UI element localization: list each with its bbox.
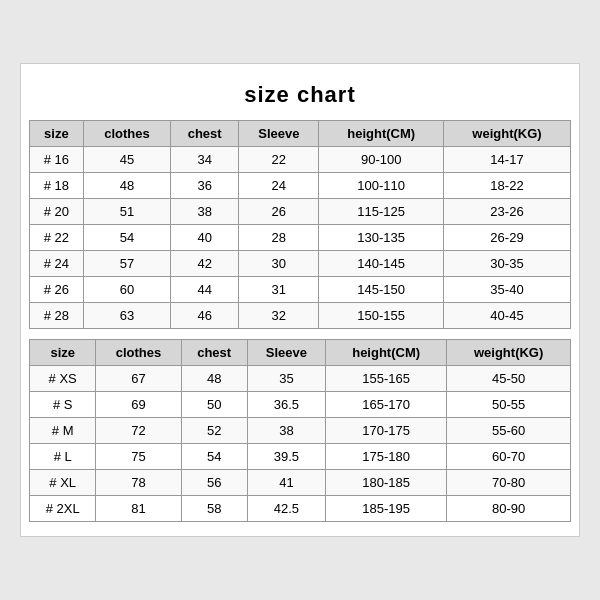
table2-header-row: sizeclotheschestSleeveheight(CM)weight(K… [30, 340, 571, 366]
table-cell: # XS [30, 366, 96, 392]
table-cell: # 26 [30, 277, 84, 303]
table-cell: # L [30, 444, 96, 470]
table-cell: 39.5 [247, 444, 325, 470]
size-table-2: sizeclotheschestSleeveheight(CM)weight(K… [29, 339, 571, 522]
size-table-1: sizeclotheschestSleeveheight(CM)weight(K… [29, 120, 571, 329]
table-row: # M725238170-17555-60 [30, 418, 571, 444]
table-cell: 155-165 [325, 366, 446, 392]
table-cell: 45 [83, 147, 170, 173]
table-cell: 52 [181, 418, 247, 444]
table-cell: 180-185 [325, 470, 446, 496]
table-cell: 145-150 [319, 277, 444, 303]
table-cell: # S [30, 392, 96, 418]
table-row: # 1645342290-10014-17 [30, 147, 571, 173]
table-cell: 24 [239, 173, 319, 199]
table-cell: 45-50 [447, 366, 571, 392]
column-header: weight(KG) [447, 340, 571, 366]
table-cell: 22 [239, 147, 319, 173]
table-cell: # 28 [30, 303, 84, 329]
table-cell: 130-135 [319, 225, 444, 251]
column-header: height(CM) [319, 121, 444, 147]
table-cell: 54 [83, 225, 170, 251]
table-cell: 14-17 [443, 147, 570, 173]
table-cell: 26-29 [443, 225, 570, 251]
table-cell: 30-35 [443, 251, 570, 277]
chart-title: size chart [29, 74, 571, 120]
table-cell: # 24 [30, 251, 84, 277]
table-cell: 42.5 [247, 496, 325, 522]
table-cell: # 18 [30, 173, 84, 199]
table-cell: 30 [239, 251, 319, 277]
table-cell: 38 [247, 418, 325, 444]
table-cell: 60-70 [447, 444, 571, 470]
table-cell: 58 [181, 496, 247, 522]
table-cell: 78 [96, 470, 181, 496]
table-row: # 20513826115-12523-26 [30, 199, 571, 225]
table-cell: # M [30, 418, 96, 444]
table-cell: 72 [96, 418, 181, 444]
table-row: # 22544028130-13526-29 [30, 225, 571, 251]
table-cell: 26 [239, 199, 319, 225]
table-cell: 23-26 [443, 199, 570, 225]
table-cell: 69 [96, 392, 181, 418]
table-cell: 75 [96, 444, 181, 470]
table1-header-row: sizeclotheschestSleeveheight(CM)weight(K… [30, 121, 571, 147]
table-row: # S695036.5165-17050-55 [30, 392, 571, 418]
table-row: # 28634632150-15540-45 [30, 303, 571, 329]
table-cell: 175-180 [325, 444, 446, 470]
table-cell: # XL [30, 470, 96, 496]
table-row: # 2XL815842.5185-19580-90 [30, 496, 571, 522]
table-cell: 44 [171, 277, 239, 303]
table-cell: 48 [181, 366, 247, 392]
table-cell: 35 [247, 366, 325, 392]
table2-body: # XS674835155-16545-50# S695036.5165-170… [30, 366, 571, 522]
table-cell: 50-55 [447, 392, 571, 418]
table-cell: 32 [239, 303, 319, 329]
table-cell: 31 [239, 277, 319, 303]
table-cell: 34 [171, 147, 239, 173]
table-row: # L755439.5175-18060-70 [30, 444, 571, 470]
table-cell: 67 [96, 366, 181, 392]
table-cell: 90-100 [319, 147, 444, 173]
table-cell: 42 [171, 251, 239, 277]
column-header: chest [181, 340, 247, 366]
table-cell: 165-170 [325, 392, 446, 418]
column-header: Sleeve [247, 340, 325, 366]
table-cell: 36.5 [247, 392, 325, 418]
column-header: clothes [96, 340, 181, 366]
table-cell: 36 [171, 173, 239, 199]
table-cell: 63 [83, 303, 170, 329]
column-header: chest [171, 121, 239, 147]
table-cell: 28 [239, 225, 319, 251]
table-cell: 150-155 [319, 303, 444, 329]
table-cell: 185-195 [325, 496, 446, 522]
table-row: # 24574230140-14530-35 [30, 251, 571, 277]
column-header: Sleeve [239, 121, 319, 147]
table-cell: 41 [247, 470, 325, 496]
column-header: size [30, 340, 96, 366]
table-cell: # 20 [30, 199, 84, 225]
table-cell: 80-90 [447, 496, 571, 522]
table-cell: 170-175 [325, 418, 446, 444]
table-cell: 56 [181, 470, 247, 496]
table-cell: 81 [96, 496, 181, 522]
column-header: size [30, 121, 84, 147]
table-cell: # 16 [30, 147, 84, 173]
table-row: # XL785641180-18570-80 [30, 470, 571, 496]
table-cell: 46 [171, 303, 239, 329]
column-header: height(CM) [325, 340, 446, 366]
table-cell: 55-60 [447, 418, 571, 444]
table-cell: # 2XL [30, 496, 96, 522]
table-cell: 40 [171, 225, 239, 251]
table-cell: 40-45 [443, 303, 570, 329]
table-cell: 140-145 [319, 251, 444, 277]
table-cell: 100-110 [319, 173, 444, 199]
table-cell: 57 [83, 251, 170, 277]
table-cell: 115-125 [319, 199, 444, 225]
table-cell: # 22 [30, 225, 84, 251]
column-header: clothes [83, 121, 170, 147]
table-cell: 35-40 [443, 277, 570, 303]
table-cell: 38 [171, 199, 239, 225]
table-cell: 70-80 [447, 470, 571, 496]
table-row: # XS674835155-16545-50 [30, 366, 571, 392]
